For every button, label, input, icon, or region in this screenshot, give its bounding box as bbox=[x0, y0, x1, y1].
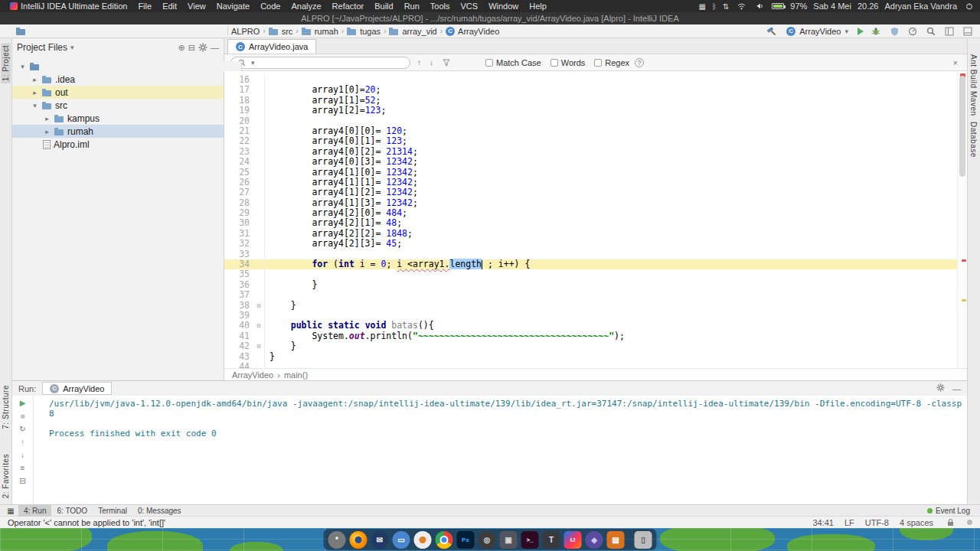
run-config-selector[interactable]: C ArrayVideo ▾ bbox=[783, 27, 851, 36]
code-line-18[interactable]: 18 array1[1]=52; bbox=[224, 96, 967, 106]
stripe-button-7-structure[interactable]: 7: Structure bbox=[1, 383, 11, 432]
tree-item-rumah[interactable]: ▸rumah bbox=[12, 125, 224, 138]
breadcrumb-src[interactable]: src bbox=[269, 26, 293, 36]
code-line-22[interactable]: 22 array4[0][1]= 123; bbox=[224, 136, 967, 146]
find-option-words[interactable]: Words bbox=[550, 58, 586, 67]
print-console-icon[interactable]: ≡ bbox=[21, 464, 25, 473]
breadcrumb-arrayvideo[interactable]: CArrayVideo bbox=[446, 27, 499, 36]
dock-firefox-icon[interactable] bbox=[350, 531, 368, 549]
code-line-32[interactable]: 32 array4[2][3]= 45; bbox=[224, 239, 967, 249]
keyboard-icon[interactable]: ▦ bbox=[698, 2, 705, 11]
checkbox-icon[interactable] bbox=[550, 59, 558, 67]
line-ending-selector[interactable]: LF bbox=[844, 518, 854, 527]
code-line-42[interactable]: 42⊟ } bbox=[224, 341, 967, 351]
menu-analyze[interactable]: Analyze bbox=[286, 2, 326, 11]
collapse-all-icon[interactable]: ⊟ bbox=[188, 43, 195, 53]
code-line-41[interactable]: 41 System.out.println("~~~~~~~~~~~~~~~~~… bbox=[224, 331, 967, 341]
code-line-37[interactable]: 37 bbox=[224, 290, 967, 300]
find-prev-button[interactable]: ↑ bbox=[416, 58, 423, 67]
menu-build[interactable]: Build bbox=[369, 2, 398, 11]
scrollbar-thumb[interactable] bbox=[959, 76, 965, 177]
dock-intellij-icon[interactable]: IJ bbox=[564, 531, 582, 549]
find-option-match-case[interactable]: Match Case bbox=[485, 58, 541, 67]
notification-icon[interactable] bbox=[967, 520, 972, 525]
find-next-button[interactable]: ↓ bbox=[428, 58, 435, 67]
filter-icon[interactable] bbox=[440, 57, 452, 69]
indent-selector[interactable]: 4 spaces bbox=[900, 518, 933, 527]
code-line-30[interactable]: 30 array4[2][1]= 48; bbox=[224, 218, 967, 228]
code-line-23[interactable]: 23 array4[0][2]= 21314; bbox=[224, 147, 967, 157]
scroll-down-icon[interactable]: ↓ bbox=[21, 451, 24, 460]
menu-run[interactable]: Run bbox=[399, 2, 425, 11]
code-line-29[interactable]: 29 array4[2][0]= 484; bbox=[224, 208, 967, 218]
menu-file[interactable]: File bbox=[132, 2, 157, 11]
clock-date[interactable]: Sab 4 Mei bbox=[813, 2, 851, 11]
user-name[interactable]: Adryan Eka Vandra bbox=[884, 2, 957, 11]
fold-marker-icon[interactable]: ⊟ bbox=[253, 301, 265, 311]
code-line-16[interactable]: 16 bbox=[224, 75, 967, 85]
error-stripe-mark[interactable] bbox=[962, 259, 966, 262]
stripe-button-maven[interactable]: Maven bbox=[969, 89, 978, 119]
code-line-27[interactable]: 27 array4[1][2]= 12342; bbox=[224, 187, 967, 197]
code-line-20[interactable]: 20 bbox=[224, 116, 967, 126]
window-title-bar[interactable]: ALPRO [~/JavaProjects/ALPRO] - .../src/r… bbox=[0, 12, 980, 24]
code-line-28[interactable]: 28 array4[1][3]= 12342; bbox=[224, 198, 967, 208]
dock-chrome-icon[interactable] bbox=[436, 531, 453, 549]
scroll-up-icon[interactable]: ↑ bbox=[21, 438, 24, 447]
menu-code[interactable]: Code bbox=[255, 2, 286, 11]
dock-screenshot-icon[interactable]: ▣ bbox=[500, 531, 518, 549]
menu-navigate[interactable]: Navigate bbox=[211, 2, 255, 11]
code-line-31[interactable]: 31 array4[2][2]= 1848; bbox=[224, 229, 967, 239]
breadcrumb-rumah[interactable]: rumah bbox=[302, 26, 338, 36]
stripe-button-1-project[interactable]: 1: Project bbox=[1, 43, 11, 83]
toolwindow-button-0-messages[interactable]: 0: Messages bbox=[132, 505, 187, 517]
dock-software-icon[interactable] bbox=[414, 531, 432, 549]
run-tab-arrayvideo[interactable]: C ArrayVideo bbox=[42, 382, 112, 395]
caret-position[interactable]: 34:41 bbox=[812, 518, 834, 527]
layout-icon[interactable] bbox=[962, 25, 974, 37]
hide-panel-icon[interactable]: — bbox=[211, 43, 219, 52]
power-icon[interactable] bbox=[963, 0, 975, 12]
editor-tab-arrayvideo[interactable]: C ArrayVideo.java bbox=[227, 39, 316, 54]
dock-settings-icon[interactable]: * bbox=[328, 531, 346, 549]
code-line-35[interactable]: 35 bbox=[224, 269, 967, 279]
locate-file-icon[interactable]: ⊕ bbox=[178, 43, 185, 53]
chevron-down-icon[interactable]: ▾ bbox=[70, 44, 74, 51]
debug-button[interactable] bbox=[870, 25, 882, 37]
menu-tools[interactable]: Tools bbox=[425, 2, 456, 11]
tree-item-alpro-iml[interactable]: Alpro.iml bbox=[12, 138, 224, 151]
run-button[interactable] bbox=[858, 28, 864, 35]
code-line-40[interactable]: 40⊟ public static void batas(){ bbox=[224, 321, 967, 331]
clear-console-icon[interactable]: ⊟ bbox=[19, 477, 25, 486]
code-line-39[interactable]: 39 bbox=[224, 311, 967, 321]
project-view-selector[interactable]: Project Files bbox=[17, 42, 67, 53]
profiler-button[interactable] bbox=[906, 25, 919, 37]
tree-item-alpro[interactable]: ▾Alpro~/JavaProjects/ALPRO bbox=[12, 60, 224, 73]
dock-devapp-icon[interactable]: ◆ bbox=[586, 531, 603, 549]
code-line-33[interactable]: 33 bbox=[224, 249, 967, 259]
checkbox-icon[interactable] bbox=[594, 59, 602, 67]
stop-button[interactable]: ■ bbox=[20, 412, 24, 421]
tool-window-switcher-icon[interactable]: ▦ bbox=[5, 504, 17, 517]
code-line-44[interactable]: 44 bbox=[224, 362, 967, 368]
dock-files-icon[interactable]: ▭ bbox=[393, 531, 410, 549]
run-console[interactable]: /usr/lib/jvm/java-1.12.0-openjdk-amd64/b… bbox=[34, 396, 967, 504]
dock-photoshop-icon[interactable]: Ps bbox=[457, 531, 475, 549]
bluetooth-icon[interactable]: ᛒ bbox=[712, 2, 717, 11]
dock-camera-icon[interactable]: ◎ bbox=[479, 531, 496, 549]
dock-libreoffice-icon[interactable]: ▤ bbox=[607, 531, 625, 549]
gear-icon[interactable] bbox=[198, 43, 207, 52]
tree-chevron-icon[interactable]: ▸ bbox=[43, 115, 51, 122]
toolwindow-button-4-run[interactable]: 4: Run bbox=[18, 505, 51, 517]
encoding-selector[interactable]: UTF-8 bbox=[865, 518, 889, 527]
search-input[interactable] bbox=[258, 58, 405, 67]
checkbox-icon[interactable] bbox=[485, 59, 493, 67]
breadcrumb-array-vid[interactable]: array_vid bbox=[389, 26, 436, 36]
stripe-button-2-favorites[interactable]: 2: Favorites bbox=[1, 452, 11, 500]
menu-help[interactable]: Help bbox=[524, 2, 552, 11]
tree-chevron-icon[interactable]: ▾ bbox=[18, 63, 27, 70]
tree-chevron-icon[interactable]: ▸ bbox=[31, 89, 39, 96]
dock-terminal-icon[interactable]: >_ bbox=[521, 531, 539, 549]
code-line-26[interactable]: 26 array4[1][1]= 12342; bbox=[224, 178, 967, 187]
menu-edit[interactable]: Edit bbox=[157, 2, 182, 11]
